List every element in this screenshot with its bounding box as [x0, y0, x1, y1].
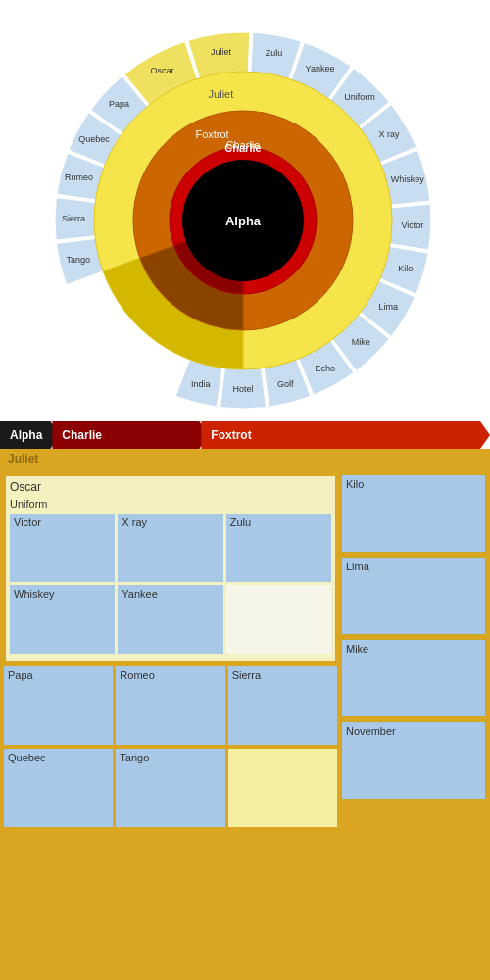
svg-text:Juliet: Juliet	[211, 47, 232, 57]
cell-quebec[interactable]: Quebec	[4, 749, 113, 827]
cell-yellow	[228, 749, 337, 827]
row-wy: Whiskey Yankee	[10, 585, 331, 654]
cell-zulu[interactable]: Zulu	[226, 514, 331, 582]
cell-mike[interactable]: Mike	[341, 639, 486, 717]
row-prs: Papa Romeo Sierra	[4, 666, 337, 745]
cell-lima[interactable]: Lima	[341, 557, 486, 635]
svg-text:Tango: Tango	[67, 255, 91, 265]
row-qt: Quebec Tango	[4, 749, 337, 827]
cell-victor[interactable]: Victor	[10, 514, 115, 582]
sunburst-chart[interactable]: TangoSierraRomeoQuebecPapaOscarJulietZul…	[0, 5, 490, 416]
right-bottom-yellow	[341, 804, 486, 980]
svg-text:Charlie: Charlie	[224, 142, 261, 154]
svg-text:Papa: Papa	[109, 99, 129, 109]
treemap-main: Oscar Uniform Victor X ray Zulu	[0, 470, 490, 980]
row-vxz: Victor X ray Zulu	[10, 514, 331, 582]
svg-text:Foxtrot: Foxtrot	[195, 128, 228, 140]
svg-text:Zulu: Zulu	[266, 48, 283, 58]
svg-text:Golf: Golf	[277, 379, 294, 389]
svg-text:Victor: Victor	[401, 220, 423, 230]
svg-text:Sierra: Sierra	[62, 214, 85, 223]
svg-text:Whiskey: Whiskey	[391, 174, 425, 184]
cell-romeo[interactable]: Romeo	[116, 666, 224, 745]
svg-text:Juliet: Juliet	[209, 88, 234, 100]
col-left: Oscar Uniform Victor X ray Zulu	[4, 474, 337, 980]
svg-text:Quebec: Quebec	[78, 134, 110, 144]
breadcrumb-foxtrot[interactable]: Foxtrot	[201, 421, 490, 449]
cell-november[interactable]: November	[341, 721, 486, 800]
uniform-label: Uniform	[10, 498, 331, 510]
col-right: Kilo Lima Mike November	[341, 474, 486, 980]
oscar-box: Oscar Uniform Victor X ray Zulu	[4, 474, 337, 662]
cell-whiskey[interactable]: Whiskey	[10, 585, 115, 654]
svg-text:X ray: X ray	[379, 129, 401, 139]
svg-text:Lima: Lima	[379, 302, 399, 312]
cell-kilo[interactable]: Kilo	[341, 474, 486, 553]
svg-text:Mike: Mike	[352, 337, 370, 347]
treemap-section: Alpha Charlie Foxtrot Juliet Oscar Unifo…	[0, 421, 490, 980]
breadcrumb-alpha[interactable]: Alpha	[0, 421, 60, 449]
svg-text:Hotel: Hotel	[232, 384, 253, 394]
breadcrumb-charlie[interactable]: Charlie	[52, 421, 209, 449]
cell-empty-1	[226, 585, 331, 654]
svg-text:Romeo: Romeo	[65, 172, 93, 182]
cell-xray[interactable]: X ray	[118, 514, 222, 582]
juliet-bar: Juliet	[0, 449, 490, 470]
cell-yankee[interactable]: Yankee	[118, 585, 222, 654]
svg-text:India: India	[191, 379, 211, 389]
svg-text:Kilo: Kilo	[398, 264, 413, 273]
oscar-label: Oscar	[10, 480, 331, 494]
cell-sierra[interactable]: Sierra	[228, 666, 337, 745]
svg-text:Oscar: Oscar	[150, 66, 173, 75]
cell-tango[interactable]: Tango	[116, 749, 224, 827]
svg-text:Uniform: Uniform	[344, 92, 375, 102]
sunburst-section: TangoSierraRomeoQuebecPapaOscarJulietZul…	[0, 0, 490, 421]
svg-text:Yankee: Yankee	[306, 64, 335, 74]
cell-papa[interactable]: Papa	[4, 666, 113, 745]
svg-text:Alpha: Alpha	[225, 214, 262, 228]
svg-text:Echo: Echo	[316, 364, 336, 373]
breadcrumb[interactable]: Alpha Charlie Foxtrot	[0, 421, 490, 449]
